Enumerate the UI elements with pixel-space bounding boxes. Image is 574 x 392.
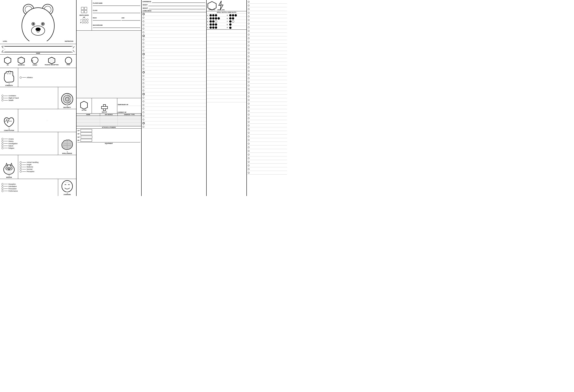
player-fields: PLAYER NAME CLASS RACE AGE (92, 0, 141, 30)
cp-row: CP (78, 129, 140, 132)
rightmost-line-8 (247, 25, 287, 29)
pp-box[interactable] (81, 139, 92, 142)
gp-box[interactable] (81, 136, 92, 138)
sp-box[interactable] (81, 132, 92, 135)
race-age-row: RACE AGE (93, 17, 140, 21)
investigation-label: Investigation (8, 143, 18, 144)
rightmost-line-32 (247, 113, 287, 116)
initiative-icon (18, 57, 25, 64)
gp-label: GP (78, 136, 80, 138)
sp-row: SP (78, 132, 140, 135)
performance-label: Performance (8, 190, 18, 192)
svg-point-4 (22, 8, 54, 41)
svg-marker-49 (219, 1, 223, 10)
attacks-row-3 (77, 123, 141, 126)
note-line-25 (142, 100, 206, 103)
perception-label: Perception (27, 170, 34, 172)
religion-label: Religion (8, 147, 14, 149)
rightmost-line-45 (247, 160, 287, 164)
rightmost-line-23 (247, 80, 287, 84)
note-line-3 (142, 20, 206, 23)
combat-stats-row: AC INITIATIVE SPEED (0, 55, 76, 68)
name-banner: NAME (0, 44, 76, 55)
skill-acrobatics: Acrobatics (1, 95, 57, 97)
constitution-label: CONSTITUTION (4, 130, 14, 131)
note-line-20 (142, 81, 206, 85)
weight-line (149, 7, 205, 9)
skill-intimidation: Intimidation (1, 186, 57, 187)
class-label: CLASS (93, 10, 140, 11)
max-hp-area: MAX HP (92, 98, 117, 113)
hp-section: HIT DIE MAX HP TEMPORARY HP CURRENT HP (77, 98, 141, 114)
intelligence-icon (61, 138, 74, 151)
insp-box-3[interactable] (81, 10, 84, 13)
spells-list (207, 30, 246, 196)
rightmost-line-13 (247, 44, 287, 47)
skill-perception: Perception (20, 170, 75, 172)
insp-box-4[interactable] (84, 10, 87, 13)
spell-slot-6: 6 (227, 17, 246, 20)
rightmost-line-15 (247, 51, 287, 55)
insp-box-2[interactable] (84, 7, 87, 10)
arcana-label: Arcana (8, 138, 14, 140)
attacks-cell-2-1 (77, 119, 100, 123)
height-label: HEIGHT (143, 4, 147, 5)
rightmost-line-29 (247, 102, 287, 105)
spell-slot-2: 2 (207, 20, 226, 23)
svg-point-42 (10, 168, 11, 169)
spell-line-20 (207, 99, 246, 103)
background-text-area[interactable] (77, 31, 141, 98)
spell-line-7 (207, 51, 246, 55)
equipment-label: EQUIPMENT (78, 142, 140, 144)
sp-label: SP (78, 133, 80, 135)
rightmost-line-33 (247, 116, 287, 120)
temp-hp-label: TEMPORARY HP (118, 104, 141, 105)
rightmost-line-26 (247, 91, 287, 95)
rightmost-line-2 (247, 4, 287, 7)
svg-point-8 (33, 23, 34, 24)
weight-label: WEIGHT (143, 7, 148, 9)
skill-sleight-of-hand: Slight of Hand (1, 97, 57, 99)
experience-line (152, 0, 205, 3)
note-line-18 (142, 74, 206, 78)
insp-box-1[interactable] (81, 7, 84, 10)
rightmost-line-21 (247, 73, 287, 76)
note-line-7 (142, 34, 206, 38)
passive-perception-stat: PASSIVE PERCEPTION (45, 57, 59, 65)
max-hp-icon (101, 104, 108, 111)
spell-line-16 (207, 84, 246, 88)
rightmost-line-38 (247, 135, 287, 138)
strength-icon (2, 70, 16, 83)
initiative-stat: INITIATIVE (18, 57, 25, 66)
note-line-2 (142, 16, 206, 20)
spell-dc-box: SPELL DC (207, 1, 217, 10)
note-line-1 (142, 12, 206, 16)
spell-line-17 (207, 88, 246, 91)
dexterity-icon (61, 92, 74, 105)
spell-line-13 (207, 73, 246, 77)
initiative-label: INITIATIVE (18, 64, 25, 66)
age-label: AGE (122, 17, 140, 19)
svg-point-27 (65, 57, 72, 64)
note-line-10 (142, 45, 206, 49)
svg-rect-47 (102, 106, 107, 109)
passive-perception-icon (48, 57, 55, 64)
dexterity-skills: Acrobatics Slight of Hand Stealth (0, 87, 58, 109)
skill-arcana: Arcana (1, 138, 57, 140)
cp-label: CP (78, 130, 80, 131)
rightmost-line-40 (247, 142, 287, 145)
prof-icon (65, 57, 72, 64)
intelligence-icon-area: ◇ INTELLIGENCE (58, 132, 76, 155)
current-hp-label: CURRENT HP (118, 112, 141, 113)
cp-box[interactable] (81, 129, 92, 132)
max-hp-label: MAX HP (102, 111, 107, 113)
charisma-skills: Deception Intimidation Persuasion Perfor… (0, 179, 58, 196)
svg-rect-15 (72, 46, 74, 52)
svg-marker-48 (208, 1, 216, 10)
skill-performance: Performance (1, 190, 57, 192)
rightmost-line-4 (247, 11, 287, 15)
spell-slots-grid: C 5 1 (207, 14, 246, 29)
note-line-6 (142, 30, 206, 34)
rightmost-line-19 (247, 65, 287, 69)
spell-line-8 (207, 55, 246, 59)
